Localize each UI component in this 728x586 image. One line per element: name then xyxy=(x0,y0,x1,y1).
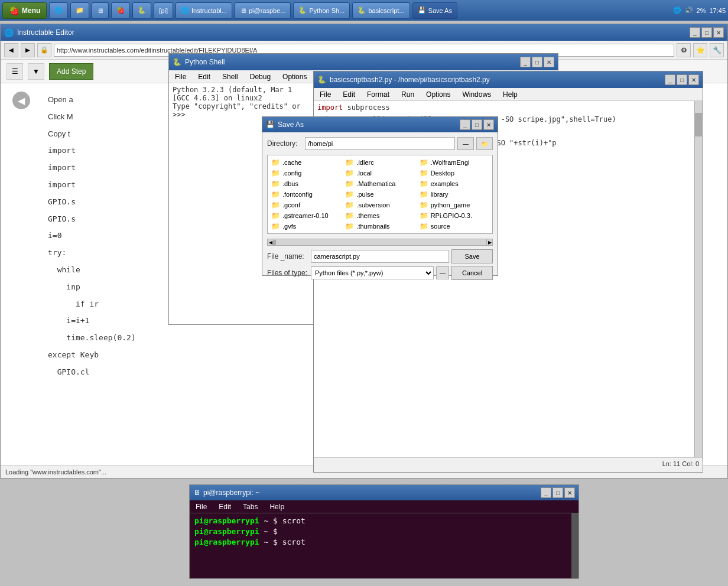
filetype-btn[interactable]: — xyxy=(436,266,449,279)
cancel-button[interactable]: Cancel xyxy=(451,266,493,280)
bs-minimize-btn[interactable]: _ xyxy=(665,74,675,85)
forward-btn[interactable]: ▶ xyxy=(21,43,35,57)
file-name: .gstreamer-0.10 xyxy=(282,212,329,219)
taskbar-saveas-btn[interactable]: 💾 Save As xyxy=(412,2,457,19)
file-item[interactable]: 📁.fontconfig xyxy=(270,190,342,199)
ps-menu-options[interactable]: Options xyxy=(280,71,309,82)
term-maximize-btn[interactable]: □ xyxy=(552,487,563,498)
file-item[interactable]: 📁.thumbnails xyxy=(344,222,415,231)
filename-input[interactable] xyxy=(311,250,449,263)
bs-close-btn[interactable]: ✕ xyxy=(688,74,699,85)
file-item[interactable]: 📁RPi.GPIO-0.3. xyxy=(418,211,490,220)
sa-maximize-btn[interactable]: □ xyxy=(472,119,482,130)
directory-input[interactable] xyxy=(305,137,455,150)
terminal-scrollbar[interactable] xyxy=(571,513,578,578)
taskbar-pythonsh-btn[interactable]: 🐍 Python Sh... xyxy=(293,2,350,19)
back-arrow-icon[interactable]: ◀ xyxy=(12,92,30,109)
ps-menu-debug[interactable]: Debug xyxy=(248,71,273,82)
bs-menu-file[interactable]: File xyxy=(317,89,333,100)
add-step-button[interactable]: Add Step xyxy=(49,63,93,80)
term-cmd: scrot xyxy=(282,538,306,546)
ps-menu-shell[interactable]: Shell xyxy=(220,71,240,82)
file-item[interactable]: 📁.gvfs xyxy=(270,222,342,231)
start-label: Menu xyxy=(22,6,40,15)
file-item[interactable]: 📁.subversion xyxy=(344,200,415,210)
ps-close-btn[interactable]: ✕ xyxy=(544,57,554,67)
scrollbar-v[interactable] xyxy=(694,101,703,457)
wrench-icon[interactable]: 🔧 xyxy=(710,43,724,57)
taskbar-instructable-btn[interactable]: 🌐 Instructabl... xyxy=(176,2,232,19)
file-item[interactable]: 📁.idlerc xyxy=(344,158,415,167)
file-item[interactable]: 📁library xyxy=(418,190,490,199)
ps-minimize-btn[interactable]: _ xyxy=(520,57,531,67)
bs-menu-format[interactable]: Format xyxy=(365,89,392,100)
file-item[interactable]: 📁source xyxy=(418,222,490,231)
saveas-dialog: 💾 Save As _ □ ✕ Directory: — 📁 📁.cache 📁… xyxy=(262,116,498,276)
bs-menu-options[interactable]: Options xyxy=(424,89,453,100)
bs-menu-windows[interactable]: Windows xyxy=(460,89,493,100)
save-button[interactable]: Save xyxy=(451,249,493,263)
bs-menu-help[interactable]: Help xyxy=(500,89,520,100)
file-item[interactable]: 📁.cache xyxy=(270,158,342,167)
term-menu-file[interactable]: File xyxy=(193,502,209,512)
term-minimize-btn[interactable]: _ xyxy=(541,487,551,498)
taskbar-terminal-small-btn[interactable]: 🖥 xyxy=(92,2,109,19)
minimize-btn[interactable]: _ xyxy=(690,27,700,38)
file-item[interactable]: 📁.gstreamer-0.10 xyxy=(270,211,342,220)
terminal-content[interactable]: pi@raspberrypi ~ $ scrot pi@raspberrypi … xyxy=(190,513,578,578)
settings-icon[interactable]: ⚙ xyxy=(677,43,691,57)
close-btn[interactable]: ✕ xyxy=(713,27,724,38)
globe2-icon: 🌐 xyxy=(181,6,189,14)
terminal-window: 🖥 pi@raspberrypi: ~ _ □ ✕ File Edit Tabs… xyxy=(189,484,579,579)
filetype-select[interactable]: Python files (*.py,*.pyw) xyxy=(311,266,434,279)
filetype-row: Files of type: Python files (*.py,*.pyw)… xyxy=(267,266,493,280)
taskbar-globe-btn[interactable]: 🌐 xyxy=(49,2,68,19)
taskbar-basicscript-btn[interactable]: 🐍 basicscript... xyxy=(352,2,410,19)
bs-maximize-btn[interactable]: □ xyxy=(677,74,687,85)
taskbar-filemanager-btn[interactable]: 📁 xyxy=(70,2,89,19)
chevron-down-icon[interactable]: ▼ xyxy=(28,63,44,80)
network-icon: 🌐 xyxy=(673,6,681,14)
taskbar-raspberry-btn[interactable]: 🍓 xyxy=(111,2,130,19)
sa-minimize-btn[interactable]: _ xyxy=(460,119,470,130)
list-icon-btn[interactable]: ☰ xyxy=(6,63,23,80)
start-button[interactable]: 🍓 Menu xyxy=(2,2,47,19)
taskbar-pi-btn[interactable]: [pi] xyxy=(154,2,173,19)
file-item[interactable]: 📁.WolframEngi xyxy=(418,158,490,167)
horizontal-scrollbar[interactable]: ◀ ▶ xyxy=(267,239,493,246)
file-item[interactable]: 📁.config xyxy=(270,168,342,178)
dir-dash-btn[interactable]: — xyxy=(457,137,474,150)
sa-close-btn[interactable]: ✕ xyxy=(483,119,494,130)
term-menu-help[interactable]: Help xyxy=(267,502,287,512)
hscroll-right-btn[interactable]: ▶ xyxy=(486,239,492,245)
file-item[interactable]: 📁python_game xyxy=(418,200,490,210)
bs-menu-run[interactable]: Run xyxy=(399,89,417,100)
dir-folder-btn[interactable]: 📁 xyxy=(476,137,493,150)
ps-menu-edit[interactable]: Edit xyxy=(196,71,213,82)
term-user: pi@raspberrypi xyxy=(194,538,259,546)
file-name: .idlerc xyxy=(356,159,373,166)
taskbar-terminal-btn[interactable]: 🖥 pi@raspbe... xyxy=(235,2,291,19)
file-item[interactable]: 📁.themes xyxy=(344,211,415,220)
hscroll-left-btn[interactable]: ◀ xyxy=(268,239,274,245)
file-item[interactable]: 📁Desktop xyxy=(418,168,490,178)
term-menu-edit[interactable]: Edit xyxy=(216,502,233,512)
file-item[interactable]: 📁.local xyxy=(344,168,415,178)
ps-menu-file[interactable]: File xyxy=(173,71,188,82)
term-menu-tabs[interactable]: Tabs xyxy=(240,502,260,512)
bs-menu-edit[interactable]: Edit xyxy=(340,89,358,100)
file-item[interactable]: 📁.dbus xyxy=(270,179,342,188)
file-list[interactable]: 📁.cache 📁.config 📁.dbus 📁.fontconfig 📁.g… xyxy=(267,155,493,234)
taskbar-idle-btn[interactable]: 🐍 xyxy=(132,2,151,19)
file-name: .themes xyxy=(356,212,379,219)
back-btn[interactable]: ◀ xyxy=(4,43,18,57)
file-item[interactable]: 📁examples xyxy=(418,179,490,188)
ps-maximize-btn[interactable]: □ xyxy=(532,57,542,67)
scroll-thumb[interactable] xyxy=(695,113,702,136)
term-close-btn[interactable]: ✕ xyxy=(564,487,575,498)
file-item[interactable]: 📁.Mathematica xyxy=(344,179,415,188)
maximize-btn[interactable]: □ xyxy=(701,27,712,38)
bookmark-icon[interactable]: ⭐ xyxy=(693,43,707,57)
file-item[interactable]: 📁.gconf xyxy=(270,200,342,210)
file-item[interactable]: 📁.pulse xyxy=(344,190,415,199)
